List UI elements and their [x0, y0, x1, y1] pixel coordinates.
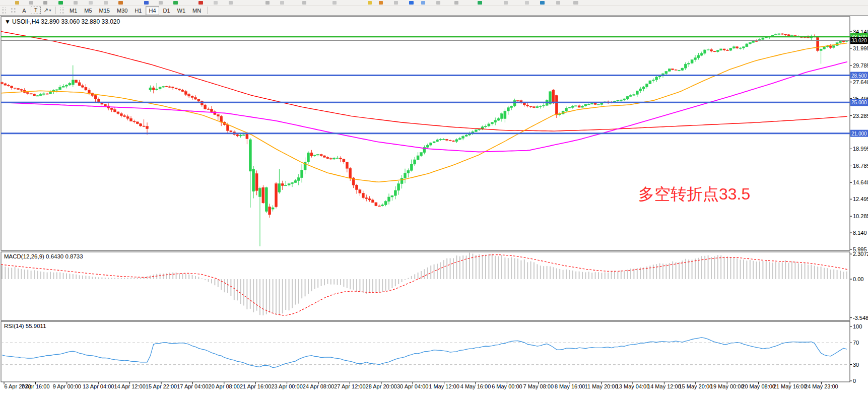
time-axis-label: 21 May 16:00	[773, 383, 807, 389]
price-axis-label: 10.285	[853, 213, 868, 219]
rsi-axis-label: 30	[853, 362, 859, 368]
price-badge-label: 28.500	[851, 73, 867, 79]
price-badge-label: 33.020	[851, 38, 867, 43]
time-axis-label: 7 Apr 16:00	[21, 383, 49, 389]
toolbar-icon-fragment[interactable]	[43, 1, 47, 5]
timeframe-bar: M1M5M15M30H1H4D1W1MN	[66, 6, 205, 15]
symbol-dropdown-icon[interactable]: ▼	[5, 18, 11, 25]
toolbar-icon-fragment[interactable]	[89, 1, 93, 5]
toolbar-icon-fragment[interactable]	[74, 1, 78, 5]
price-axis-label: 8.140	[853, 230, 867, 236]
time-axis-label: 6 May 00:00	[492, 383, 522, 389]
toolbar-icon-fragment[interactable]	[15, 1, 19, 5]
toolbar-icon-fragment[interactable]	[556, 1, 560, 5]
toolbar-icon-fragment[interactable]	[214, 1, 218, 5]
price-axis-label: 18.995	[853, 146, 868, 152]
time-axis-label: 15 May 20:00	[679, 383, 712, 389]
text-box-tool[interactable]: T	[31, 7, 41, 14]
toolbar-icon-fragment[interactable]	[159, 1, 163, 5]
time-axis-label: 24 May 23:00	[805, 383, 838, 389]
rsi-label: RSI(14) 55.9011	[4, 323, 46, 329]
toolbar-icon-fragment[interactable]	[454, 1, 458, 5]
toolbar-icon-fragment[interactable]	[436, 1, 440, 5]
toolbar-grip[interactable]	[2, 7, 6, 14]
grid-dots-icon	[11, 8, 16, 13]
toolbar-icon-fragment[interactable]	[104, 1, 108, 5]
macd-axis-label: 0.00	[853, 276, 863, 282]
price-axis-label: 5.995	[853, 246, 867, 252]
timeframe-button-m15[interactable]: M15	[96, 6, 113, 15]
time-axis-label: 17 Apr 04:00	[177, 383, 208, 389]
price-axis-label: 14.640	[853, 179, 868, 185]
toolbar-icon-fragment[interactable]	[144, 1, 149, 5]
toolbar-icon-fragment[interactable]	[525, 1, 529, 5]
timeframe-button-m30[interactable]: M30	[114, 6, 130, 15]
toolbar-icon-fragment[interactable]	[478, 1, 482, 5]
toolbar-icon-fragment[interactable]	[118, 1, 123, 5]
toolbar-icon-fragment[interactable]	[302, 1, 306, 5]
time-axis-label: 21 Apr 16:00	[240, 383, 271, 389]
price-axis-label: 27.640	[853, 79, 868, 85]
toolbar-icon-fragment[interactable]	[368, 1, 372, 5]
toolbar-icon-fragment[interactable]	[198, 1, 203, 5]
toolbar-icon-fragment[interactable]	[540, 1, 545, 5]
price-badge-label: 25.000	[851, 100, 867, 105]
toolbar-icon-fragment[interactable]	[265, 1, 270, 5]
timeframe-grip[interactable]	[60, 7, 64, 14]
toolbar-icon-fragment[interactable]	[229, 1, 233, 5]
timeframe-button-w1[interactable]: W1	[174, 6, 189, 15]
toolbar-icon-fragment[interactable]	[421, 1, 425, 5]
time-axis-label: 23 Apr 00:00	[271, 383, 302, 389]
crosshair-grid-icon[interactable]	[9, 7, 18, 15]
rsi-axis-label: 70	[853, 340, 859, 346]
macd-axis-label: -3.5484	[853, 315, 868, 321]
price-axis-label: 16.785	[853, 163, 868, 169]
timeframe-button-h4[interactable]: H4	[146, 6, 159, 15]
toolbar-icon-fragment[interactable]	[379, 1, 383, 5]
time-axis-label: 28 Apr 20:00	[366, 383, 397, 389]
toolbar-icon-fragment[interactable]	[173, 1, 178, 5]
price-axis-label: 12.495	[853, 196, 868, 202]
chart-annotation: 多空转折点33.5	[638, 185, 750, 203]
time-axis-label: 13 May 04:00	[616, 383, 650, 389]
time-axis-label: 24 Apr 08:00	[303, 383, 334, 389]
chart-canvas[interactable]: 2.30720.00-3.5484 10070300 34.14031.9952…	[0, 15, 868, 396]
toolbar-icon-fragment[interactable]	[29, 1, 33, 5]
macd-label: MACD(12,26,9) 0.6430 0.8733	[4, 253, 83, 259]
time-axis-label: 14 Apr 12:00	[114, 383, 145, 389]
time-axis-label: 9 Apr 00:00	[53, 383, 81, 389]
toolbar-icon-fragment[interactable]	[280, 1, 284, 5]
toolbar-icon-fragment[interactable]	[332, 1, 337, 5]
toolbar-icon-fragment[interactable]	[58, 1, 63, 5]
time-axis-label: 20 Apr 08:00	[209, 383, 240, 389]
timeframe-button-mn[interactable]: MN	[189, 6, 204, 15]
price-axis-label: 23.285	[853, 113, 868, 119]
time-axis-label: 8 May 16:00	[555, 383, 585, 389]
toolbar-top-strip	[0, 0, 868, 6]
timeframe-button-d1[interactable]: D1	[160, 6, 173, 15]
chevron-down-icon: ▾	[49, 8, 51, 13]
toolbar-separator	[207, 7, 208, 14]
toolbar-icon-fragment[interactable]	[573, 1, 578, 5]
timeframe-button-m5[interactable]: M5	[81, 6, 95, 15]
text-label-icon: A	[22, 8, 26, 14]
time-axis-label: 30 Apr 04:00	[397, 383, 428, 389]
chart-title: USOil-,H4 32.890 33.060 32.880 33.020	[12, 18, 120, 25]
arrow-icon: ↗	[43, 7, 48, 14]
toolbar-icon-fragment[interactable]	[504, 1, 508, 5]
timeframe-button-m1[interactable]: M1	[66, 6, 80, 15]
time-axis-label: 11 May 20:00	[585, 383, 618, 389]
arrow-objects-tool[interactable]: ↗ ▾	[43, 7, 52, 15]
price-axis-label: 29.785	[853, 62, 868, 69]
time-axis-label: 15 Apr 22:00	[146, 383, 177, 389]
timeframe-button-h1[interactable]: H1	[131, 6, 145, 15]
text-label-tool[interactable]: A	[20, 7, 29, 15]
toolbar-separator	[55, 7, 56, 14]
toolbar-icon-fragment[interactable]	[409, 1, 414, 5]
time-axis-label: 7 May 08:00	[523, 383, 554, 389]
rsi-axis-label: 0	[853, 378, 856, 384]
time-axis-label: 19 May 00:00	[710, 383, 744, 389]
toolbar-icon-fragment[interactable]	[394, 1, 398, 5]
price-badge-label: 21.000	[851, 131, 867, 137]
time-axis-label: 4 May 16:00	[460, 383, 491, 389]
